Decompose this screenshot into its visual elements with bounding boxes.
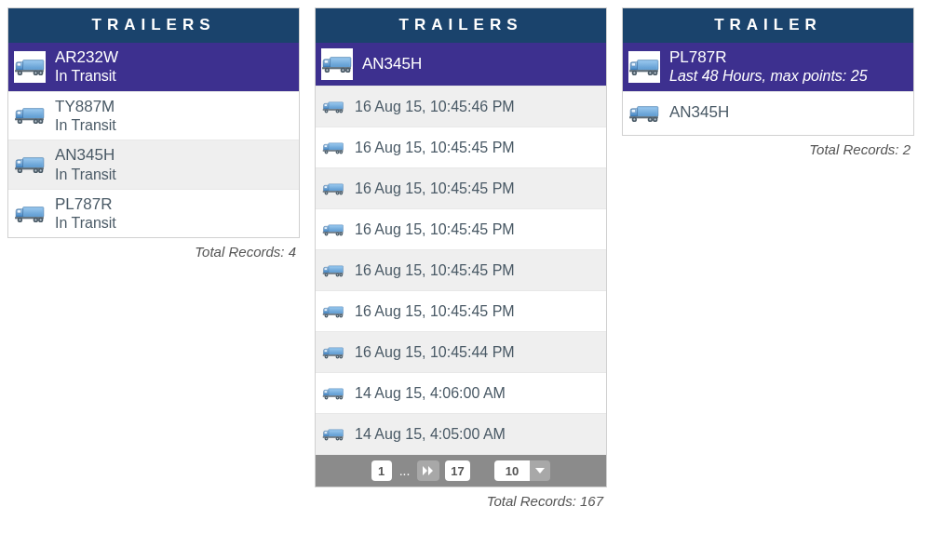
truck-icon <box>14 51 46 83</box>
list-item[interactable]: 16 Aug 15, 10:45:44 PM <box>316 332 606 373</box>
timestamp: 14 Aug 15, 4:06:00 AM <box>355 384 506 402</box>
truck-icon <box>321 259 345 283</box>
list-item[interactable]: 16 Aug 15, 10:45:46 PM <box>316 87 606 127</box>
panel-title: TRAILERS <box>8 8 299 43</box>
trailer-status: In Transit <box>55 166 116 183</box>
truck-icon <box>628 98 660 129</box>
list-item[interactable]: 16 Aug 15, 10:45:45 PM <box>316 250 606 291</box>
timestamp: 16 Aug 15, 10:45:46 PM <box>355 98 515 115</box>
timestamp: 16 Aug 15, 10:45:45 PM <box>355 139 515 156</box>
total-records-label: Total Records: 167 <box>315 487 607 509</box>
truck-icon <box>321 381 345 406</box>
list-item[interactable]: PL787RLast 48 Hours, max points: 25 <box>623 43 913 92</box>
truck-icon <box>321 95 345 119</box>
list-item[interactable]: 14 Aug 15, 4:06:00 AM <box>316 373 606 414</box>
list-item[interactable]: 16 Aug 15, 10:45:45 PM <box>316 168 606 209</box>
truck-icon <box>321 177 345 201</box>
panel-title: TRAILERS <box>316 8 606 43</box>
trailer-id: AN345H <box>55 146 116 165</box>
truck-icon <box>628 51 660 83</box>
timestamp: 14 Aug 15, 4:05:00 AM <box>355 425 506 443</box>
trailer-status: In Transit <box>55 214 116 232</box>
trailers-panel-1: TRAILERS AR232WIn TransitTY887MIn Transi… <box>7 7 300 238</box>
pager: 1 ... 17 10 <box>316 455 606 487</box>
timestamp: 16 Aug 15, 10:45:44 PM <box>355 343 515 361</box>
truck-icon <box>321 422 345 447</box>
truck-icon <box>321 218 345 242</box>
trailer-id: TY887M <box>55 98 116 116</box>
panel-title: TRAILER <box>623 8 913 43</box>
truck-icon <box>321 340 345 365</box>
list-item[interactable]: 14 Aug 15, 4:05:00 AM <box>316 414 606 455</box>
trailer-subtext: Last 48 Hours, max points: 25 <box>669 67 868 85</box>
timestamp: 16 Aug 15, 10:45:45 PM <box>355 180 515 197</box>
truck-icon <box>14 100 46 131</box>
chevron-down-icon <box>535 468 545 473</box>
list-item[interactable]: TY887MIn Transit <box>8 92 299 141</box>
page-size-dropdown[interactable] <box>530 460 550 481</box>
trailers-panel-2: TRAILERS AN345H 16 Aug 15, 10:45:46 PM16… <box>315 7 607 487</box>
timestamp: 16 Aug 15, 10:45:45 PM <box>355 261 515 279</box>
truck-icon <box>321 48 353 80</box>
trailer-id: PL787R <box>669 48 868 67</box>
timestamp: 16 Aug 15, 10:45:45 PM <box>355 220 515 238</box>
truck-icon <box>321 300 345 324</box>
trailer-panel-3: TRAILER PL787RLast 48 Hours, max points:… <box>622 7 914 136</box>
page-size-value: 10 <box>494 460 530 481</box>
list-item[interactable]: 16 Aug 15, 10:45:45 PM <box>316 209 606 250</box>
total-records-label: Total Records: 4 <box>7 238 300 260</box>
trailer-id: AN345H <box>669 103 729 122</box>
list-item[interactable]: AN345HIn Transit <box>8 140 299 190</box>
list-item[interactable]: 16 Aug 15, 10:45:45 PM <box>316 291 606 332</box>
trailer-status: In Transit <box>55 116 116 134</box>
page-last-button[interactable]: 17 <box>445 460 469 481</box>
truck-icon <box>14 149 46 180</box>
trailer-status: In Transit <box>55 67 118 85</box>
list-item[interactable]: PL787RIn Transit <box>8 190 299 238</box>
timestamp: 16 Aug 15, 10:45:45 PM <box>355 302 515 320</box>
page-ellipsis: ... <box>398 463 412 478</box>
list-item[interactable]: 16 Aug 15, 10:45:45 PM <box>316 127 606 168</box>
list-item[interactable]: AN345H <box>623 92 913 135</box>
page-forward-button[interactable] <box>417 460 439 481</box>
list-item-selected[interactable]: AN345H <box>316 43 606 87</box>
trailer-id: AN345H <box>362 55 422 73</box>
list-item[interactable]: AR232WIn Transit <box>8 43 299 92</box>
trailer-id: AR232W <box>55 48 118 67</box>
truck-icon <box>321 136 345 160</box>
total-records-label: Total Records: 2 <box>622 136 914 157</box>
trailer-id: PL787R <box>55 195 116 214</box>
page-current-button[interactable]: 1 <box>371 460 392 481</box>
truck-icon <box>14 198 46 230</box>
